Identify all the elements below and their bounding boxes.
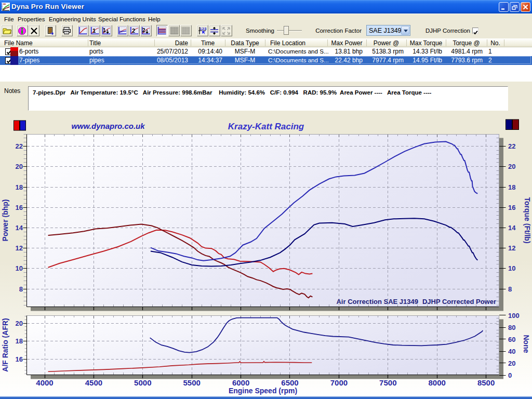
svg-text:DJHP Corrected Power: DJHP Corrected Power bbox=[422, 298, 496, 305]
svg-text:16: 16 bbox=[16, 355, 23, 363]
svg-text:None: None bbox=[522, 335, 530, 353]
svg-text:80: 80 bbox=[508, 324, 515, 331]
svg-text:18: 18 bbox=[508, 183, 515, 191]
svg-text:10: 10 bbox=[16, 264, 23, 272]
svg-text:2: 2 bbox=[142, 28, 145, 33]
svg-text:5500: 5500 bbox=[183, 378, 201, 387]
svg-text:Torque (Ft/lb): Torque (Ft/lb) bbox=[523, 197, 531, 243]
svg-text:0: 0 bbox=[508, 371, 512, 379]
svg-text:22: 22 bbox=[508, 142, 515, 150]
svg-text:20: 20 bbox=[508, 163, 515, 170]
svg-text:8000: 8000 bbox=[429, 378, 446, 387]
svg-text:16: 16 bbox=[508, 204, 515, 211]
svg-text:10: 10 bbox=[508, 264, 515, 272]
svg-text:1: 1 bbox=[103, 28, 106, 33]
svg-text:Power (bhp): Power (bhp) bbox=[1, 200, 9, 242]
svg-text:8: 8 bbox=[19, 285, 23, 293]
svg-text:40: 40 bbox=[508, 348, 515, 355]
svg-text:6000: 6000 bbox=[232, 378, 249, 387]
svg-text:8500: 8500 bbox=[477, 378, 495, 387]
svg-text:Engine Speed (rpm): Engine Speed (rpm) bbox=[229, 387, 297, 395]
svg-text:14: 14 bbox=[508, 224, 516, 232]
svg-text:A/F Ratio (AFR): A/F Ratio (AFR) bbox=[1, 318, 9, 371]
svg-text:Krazy-Katt Racing: Krazy-Katt Racing bbox=[228, 122, 304, 131]
svg-text:8: 8 bbox=[508, 285, 512, 293]
svg-text:12: 12 bbox=[16, 244, 23, 252]
svg-text:5000: 5000 bbox=[134, 378, 151, 387]
svg-text:18: 18 bbox=[16, 183, 23, 191]
svg-text:20: 20 bbox=[16, 163, 23, 170]
svg-text:2: 2 bbox=[132, 28, 135, 34]
svg-text:14: 14 bbox=[16, 224, 23, 232]
svg-text:100: 100 bbox=[508, 312, 520, 320]
svg-text:7500: 7500 bbox=[379, 378, 396, 387]
svg-text:12: 12 bbox=[508, 244, 515, 252]
svg-text:4000: 4000 bbox=[36, 378, 53, 387]
svg-text:20: 20 bbox=[508, 360, 515, 367]
svg-text:20: 20 bbox=[16, 320, 23, 327]
svg-text:16: 16 bbox=[16, 204, 23, 211]
svg-text:7000: 7000 bbox=[330, 378, 348, 387]
svg-text:4500: 4500 bbox=[85, 378, 102, 387]
svg-text:22: 22 bbox=[16, 142, 23, 150]
svg-text:6500: 6500 bbox=[281, 378, 298, 387]
svg-text:18: 18 bbox=[16, 337, 23, 345]
svg-text:www.dynapro.co.uk: www.dynapro.co.uk bbox=[71, 122, 145, 130]
svg-text:Air Correction SAE J1349: Air Correction SAE J1349 bbox=[336, 298, 418, 305]
svg-text:1: 1 bbox=[92, 28, 96, 34]
svg-text:60: 60 bbox=[508, 336, 515, 343]
